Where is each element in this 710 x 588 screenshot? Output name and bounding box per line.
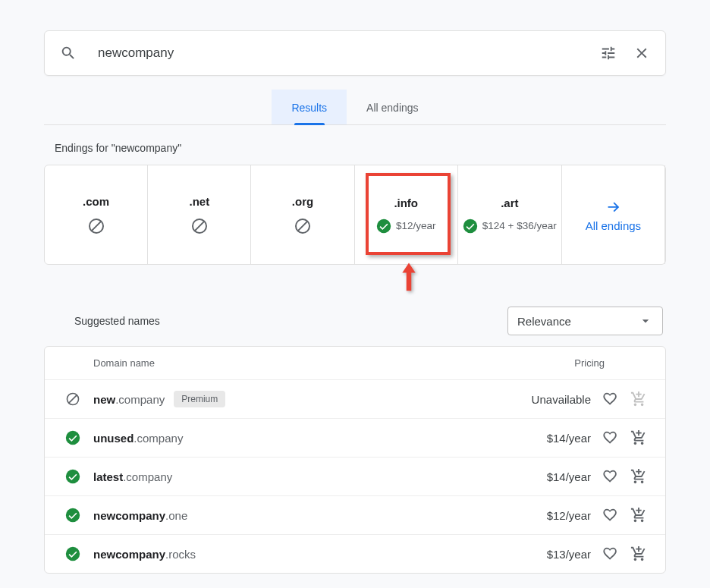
ending-name: .org xyxy=(292,195,313,208)
domain-name[interactable]: newcompany.rocks xyxy=(83,548,507,561)
check-circle-icon xyxy=(63,430,83,445)
ending-name: .art xyxy=(501,197,518,209)
tab-all-endings[interactable]: All endings xyxy=(347,90,438,124)
price: $14/year xyxy=(507,432,591,445)
add-to-cart-icon[interactable] xyxy=(630,507,647,524)
domain-name[interactable]: unused.company xyxy=(83,432,507,445)
sort-dropdown[interactable]: Relevance xyxy=(507,307,663,335)
ending-name: .info xyxy=(394,197,418,209)
domain-name[interactable]: latest.company xyxy=(83,470,507,483)
favorite-icon[interactable] xyxy=(602,429,618,446)
arrow-right-icon xyxy=(605,198,621,215)
block-icon xyxy=(63,391,83,407)
block-icon xyxy=(294,217,312,235)
premium-badge: Premium xyxy=(174,391,225,407)
suggested-names-heading: Suggested names xyxy=(74,315,160,327)
column-header-pricing: Pricing xyxy=(526,357,647,369)
check-circle-icon xyxy=(63,508,83,523)
domain-search-bar xyxy=(44,30,666,76)
ending-info[interactable]: .info $12/year xyxy=(355,165,458,264)
table-row: latest.company $14/year xyxy=(45,457,665,495)
search-input[interactable] xyxy=(98,46,600,61)
add-to-cart-icon[interactable] xyxy=(630,468,647,485)
ending-net[interactable]: .net xyxy=(148,165,251,264)
add-to-cart-icon xyxy=(630,391,647,407)
results-table: Domain name Pricing new.company Premium … xyxy=(44,346,666,574)
chevron-down-icon xyxy=(638,313,653,329)
table-row: newcompany.rocks $13/year xyxy=(45,534,665,573)
tab-results[interactable]: Results xyxy=(272,90,347,124)
ending-price: $12/year xyxy=(396,220,436,231)
domain-name[interactable]: new.company Premium xyxy=(83,391,507,407)
clear-search-icon[interactable] xyxy=(633,45,650,61)
price: Unavailable xyxy=(507,393,591,406)
favorite-icon[interactable] xyxy=(602,507,618,524)
check-circle-icon xyxy=(376,219,391,234)
check-circle-icon xyxy=(63,546,83,561)
add-to-cart-icon[interactable] xyxy=(630,429,647,446)
favorite-icon[interactable] xyxy=(602,468,618,485)
filter-icon[interactable] xyxy=(600,45,617,61)
search-icon xyxy=(60,45,77,61)
check-circle-icon xyxy=(463,219,478,234)
table-row: newcompany.one $12/year xyxy=(45,495,665,534)
all-endings-button[interactable]: All endings xyxy=(562,165,665,264)
check-circle-icon xyxy=(63,469,83,484)
table-row: unused.company $14/year xyxy=(45,418,665,457)
add-to-cart-icon[interactable] xyxy=(630,546,647,562)
block-icon xyxy=(87,217,105,235)
column-header-domain: Domain name xyxy=(63,357,526,369)
annotation-arrow-icon xyxy=(399,263,419,296)
domain-name[interactable]: newcompany.one xyxy=(83,509,507,522)
table-row: new.company Premium Unavailable xyxy=(45,379,665,418)
favorite-icon[interactable] xyxy=(602,391,618,407)
ending-name: .com xyxy=(83,195,109,208)
price: $13/year xyxy=(507,548,591,561)
endings-heading: Endings for "newcompany" xyxy=(55,142,666,154)
all-endings-label: All endings xyxy=(586,219,641,232)
endings-grid: .com .net .org .info $12/year .art $124 … xyxy=(44,165,666,265)
results-tabs: Results All endings xyxy=(44,90,666,125)
ending-org[interactable]: .org xyxy=(251,165,354,264)
ending-com[interactable]: .com xyxy=(45,165,148,264)
ending-name: .net xyxy=(189,195,209,208)
sort-value: Relevance xyxy=(517,315,571,328)
ending-price: $124 + $36/year xyxy=(482,220,557,231)
favorite-icon[interactable] xyxy=(602,546,618,562)
block-icon xyxy=(190,217,209,235)
price: $12/year xyxy=(507,509,591,522)
price: $14/year xyxy=(507,470,591,483)
ending-art[interactable]: .art $124 + $36/year xyxy=(458,165,562,264)
